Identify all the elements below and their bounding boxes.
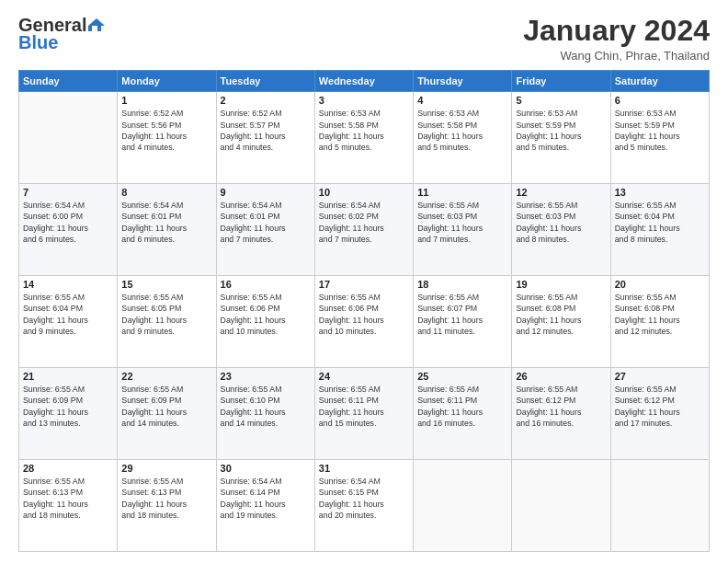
day-number: 30 [221, 463, 311, 474]
logo-bird-icon [88, 17, 105, 33]
calendar-cell [512, 460, 610, 552]
calendar: Sunday Monday Tuesday Wednesday Thursday… [18, 70, 710, 552]
day-detail: Sunrise: 6:55 AM Sunset: 6:07 PM Dayligh… [417, 292, 507, 337]
calendar-cell: 20Sunrise: 6:55 AM Sunset: 6:08 PM Dayli… [610, 276, 709, 368]
month-title: January 2024 [523, 15, 710, 47]
day-detail: Sunrise: 6:55 AM Sunset: 6:06 PM Dayligh… [319, 292, 409, 337]
calendar-cell [414, 460, 512, 552]
calendar-cell: 17Sunrise: 6:55 AM Sunset: 6:06 PM Dayli… [314, 276, 413, 368]
location: Wang Chin, Phrae, Thailand [523, 49, 710, 63]
day-detail: Sunrise: 6:55 AM Sunset: 6:11 PM Dayligh… [319, 384, 409, 429]
day-number: 14 [23, 279, 113, 290]
calendar-cell: 22Sunrise: 6:55 AM Sunset: 6:09 PM Dayli… [118, 368, 216, 460]
header: General Blue January 2024 Wang Chin, Phr… [18, 15, 710, 63]
day-number: 17 [319, 279, 409, 290]
day-detail: Sunrise: 6:53 AM Sunset: 5:58 PM Dayligh… [417, 108, 507, 153]
calendar-cell: 23Sunrise: 6:55 AM Sunset: 6:10 PM Dayli… [216, 368, 314, 460]
col-tuesday: Tuesday [216, 71, 314, 92]
header-row: Sunday Monday Tuesday Wednesday Thursday… [19, 71, 710, 92]
col-wednesday: Wednesday [314, 71, 413, 92]
day-detail: Sunrise: 6:54 AM Sunset: 6:15 PM Dayligh… [319, 476, 409, 521]
day-number: 6 [615, 95, 705, 106]
calendar-body: 1Sunrise: 6:52 AM Sunset: 5:56 PM Daylig… [19, 92, 710, 552]
day-detail: Sunrise: 6:55 AM Sunset: 6:08 PM Dayligh… [516, 292, 606, 337]
day-number: 7 [23, 187, 113, 198]
day-number: 2 [221, 95, 311, 106]
day-number: 26 [516, 371, 606, 382]
calendar-cell: 27Sunrise: 6:55 AM Sunset: 6:12 PM Dayli… [610, 368, 709, 460]
day-detail: Sunrise: 6:55 AM Sunset: 6:13 PM Dayligh… [23, 476, 113, 521]
day-detail: Sunrise: 6:53 AM Sunset: 5:59 PM Dayligh… [516, 108, 606, 153]
calendar-cell: 14Sunrise: 6:55 AM Sunset: 6:04 PM Dayli… [19, 276, 118, 368]
calendar-week-1: 1Sunrise: 6:52 AM Sunset: 5:56 PM Daylig… [19, 92, 710, 184]
day-number: 8 [121, 187, 211, 198]
calendar-cell: 19Sunrise: 6:55 AM Sunset: 6:08 PM Dayli… [512, 276, 610, 368]
day-number: 18 [417, 279, 507, 290]
col-friday: Friday [512, 71, 610, 92]
calendar-week-4: 21Sunrise: 6:55 AM Sunset: 6:09 PM Dayli… [19, 368, 710, 460]
calendar-cell: 13Sunrise: 6:55 AM Sunset: 6:04 PM Dayli… [610, 184, 709, 276]
col-saturday: Saturday [610, 71, 709, 92]
title-block: January 2024 Wang Chin, Phrae, Thailand [523, 15, 710, 63]
day-detail: Sunrise: 6:55 AM Sunset: 6:10 PM Dayligh… [221, 384, 311, 429]
day-detail: Sunrise: 6:55 AM Sunset: 6:04 PM Dayligh… [23, 292, 113, 337]
calendar-cell: 5Sunrise: 6:53 AM Sunset: 5:59 PM Daylig… [512, 92, 610, 184]
day-detail: Sunrise: 6:55 AM Sunset: 6:06 PM Dayligh… [221, 292, 311, 337]
day-detail: Sunrise: 6:55 AM Sunset: 6:05 PM Dayligh… [121, 292, 211, 337]
day-detail: Sunrise: 6:55 AM Sunset: 6:09 PM Dayligh… [23, 384, 113, 429]
day-detail: Sunrise: 6:53 AM Sunset: 5:58 PM Dayligh… [319, 108, 409, 153]
calendar-cell: 4Sunrise: 6:53 AM Sunset: 5:58 PM Daylig… [414, 92, 512, 184]
day-detail: Sunrise: 6:53 AM Sunset: 5:59 PM Dayligh… [615, 108, 705, 153]
day-number: 24 [319, 371, 409, 382]
calendar-cell: 24Sunrise: 6:55 AM Sunset: 6:11 PM Dayli… [314, 368, 413, 460]
calendar-cell: 25Sunrise: 6:55 AM Sunset: 6:11 PM Dayli… [414, 368, 512, 460]
day-detail: Sunrise: 6:55 AM Sunset: 6:12 PM Dayligh… [615, 384, 705, 429]
col-sunday: Sunday [19, 71, 118, 92]
calendar-cell: 30Sunrise: 6:54 AM Sunset: 6:14 PM Dayli… [216, 460, 314, 552]
day-detail: Sunrise: 6:55 AM Sunset: 6:11 PM Dayligh… [417, 384, 507, 429]
calendar-cell: 1Sunrise: 6:52 AM Sunset: 5:56 PM Daylig… [118, 92, 216, 184]
logo-blue: Blue [18, 32, 58, 53]
day-number: 3 [319, 95, 409, 106]
day-detail: Sunrise: 6:54 AM Sunset: 6:02 PM Dayligh… [319, 200, 409, 245]
col-monday: Monday [118, 71, 216, 92]
calendar-cell: 28Sunrise: 6:55 AM Sunset: 6:13 PM Dayli… [19, 460, 118, 552]
day-number: 23 [221, 371, 311, 382]
day-detail: Sunrise: 6:54 AM Sunset: 6:00 PM Dayligh… [23, 200, 113, 245]
day-number: 16 [221, 279, 311, 290]
calendar-cell: 12Sunrise: 6:55 AM Sunset: 6:03 PM Dayli… [512, 184, 610, 276]
calendar-week-5: 28Sunrise: 6:55 AM Sunset: 6:13 PM Dayli… [19, 460, 710, 552]
day-number: 15 [121, 279, 211, 290]
day-detail: Sunrise: 6:54 AM Sunset: 6:01 PM Dayligh… [121, 200, 211, 245]
day-detail: Sunrise: 6:55 AM Sunset: 6:03 PM Dayligh… [417, 200, 507, 245]
day-number: 22 [121, 371, 211, 382]
day-number: 20 [615, 279, 705, 290]
calendar-cell: 15Sunrise: 6:55 AM Sunset: 6:05 PM Dayli… [118, 276, 216, 368]
day-detail: Sunrise: 6:55 AM Sunset: 6:12 PM Dayligh… [516, 384, 606, 429]
day-number: 29 [121, 463, 211, 474]
day-number: 25 [417, 371, 507, 382]
calendar-table: Sunday Monday Tuesday Wednesday Thursday… [18, 70, 710, 552]
calendar-cell: 9Sunrise: 6:54 AM Sunset: 6:01 PM Daylig… [216, 184, 314, 276]
calendar-cell: 11Sunrise: 6:55 AM Sunset: 6:03 PM Dayli… [414, 184, 512, 276]
day-number: 21 [23, 371, 113, 382]
day-detail: Sunrise: 6:55 AM Sunset: 6:08 PM Dayligh… [615, 292, 705, 337]
day-number: 31 [319, 463, 409, 474]
calendar-cell [19, 92, 118, 184]
day-number: 11 [417, 187, 507, 198]
calendar-header: Sunday Monday Tuesday Wednesday Thursday… [19, 71, 710, 92]
day-detail: Sunrise: 6:54 AM Sunset: 6:01 PM Dayligh… [221, 200, 311, 245]
calendar-cell: 7Sunrise: 6:54 AM Sunset: 6:00 PM Daylig… [19, 184, 118, 276]
calendar-week-2: 7Sunrise: 6:54 AM Sunset: 6:00 PM Daylig… [19, 184, 710, 276]
col-thursday: Thursday [414, 71, 512, 92]
day-detail: Sunrise: 6:55 AM Sunset: 6:03 PM Dayligh… [516, 200, 606, 245]
page: General Blue January 2024 Wang Chin, Phr… [0, 0, 728, 563]
calendar-cell: 2Sunrise: 6:52 AM Sunset: 5:57 PM Daylig… [216, 92, 314, 184]
calendar-cell: 26Sunrise: 6:55 AM Sunset: 6:12 PM Dayli… [512, 368, 610, 460]
day-number: 9 [221, 187, 311, 198]
day-number: 12 [516, 187, 606, 198]
day-detail: Sunrise: 6:52 AM Sunset: 5:56 PM Dayligh… [121, 108, 211, 153]
calendar-cell: 6Sunrise: 6:53 AM Sunset: 5:59 PM Daylig… [610, 92, 709, 184]
day-detail: Sunrise: 6:55 AM Sunset: 6:13 PM Dayligh… [121, 476, 211, 521]
day-number: 4 [417, 95, 507, 106]
